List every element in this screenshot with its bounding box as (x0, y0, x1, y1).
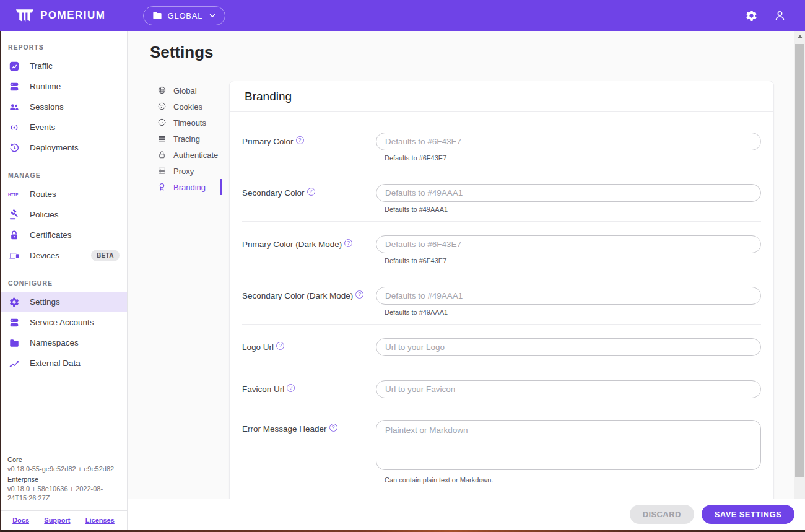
proxy-server-icon (157, 166, 167, 176)
clock-icon (157, 118, 167, 128)
sidebar-item-service-accounts[interactable]: Service Accounts (0, 312, 127, 333)
window-left-edge (0, 31, 1, 532)
discard-button[interactable]: DISCARD (630, 505, 694, 524)
sidebar-item-runtime[interactable]: Runtime (0, 76, 127, 97)
logo-url-input[interactable] (376, 338, 761, 356)
field-control: Defaults to #49AAA1 (376, 287, 761, 316)
sidebar-item-traffic[interactable]: Traffic (0, 56, 127, 76)
sidebar-item-deployments[interactable]: Deployments (0, 137, 127, 158)
sidebar-item-routes[interactable]: HTTP Routes (0, 184, 127, 204)
docs-link[interactable]: Docs (12, 517, 29, 524)
deployments-history-icon (8, 142, 20, 154)
field-row-secondary-color-dark: Secondary Color (Dark Mode) Defaults to … (242, 273, 761, 325)
brand-name: POMERIUM (40, 9, 106, 22)
sidebar-item-label: Policies (30, 210, 120, 219)
settings-gear-button[interactable] (742, 7, 760, 24)
field-row-primary-color: Primary Color Defaults to #6F43E7 (242, 112, 761, 170)
card-header: Branding (230, 81, 773, 112)
licenses-link[interactable]: Licenses (85, 517, 115, 524)
help-icon[interactable] (287, 384, 295, 392)
service-accounts-icon (8, 316, 20, 329)
sidebar-item-devices[interactable]: Devices BETA (0, 245, 127, 266)
namespaces-folder-icon (8, 337, 20, 349)
action-footer: DISCARD SAVE SETTINGS (128, 499, 805, 530)
field-label-text: Error Message Header (242, 424, 327, 434)
field-row-primary-color-dark: Primary Color (Dark Mode) Defaults to #6… (242, 222, 761, 273)
sidebar-item-label: Service Accounts (30, 318, 120, 327)
save-settings-button[interactable]: SAVE SETTINGS (702, 505, 794, 524)
tab-label: Global (173, 86, 197, 95)
field-control: Defaults to #6F43E7 (376, 235, 761, 264)
field-helper: Defaults to #6F43E7 (385, 257, 761, 264)
field-label-text: Secondary Color (Dark Mode) (242, 291, 353, 300)
tab-authenticate[interactable]: Authenticate (157, 147, 222, 163)
top-bar: POMERIUM GLOBAL (0, 0, 805, 31)
favicon-url-input[interactable] (376, 380, 761, 398)
field-label-text: Primary Color (242, 137, 294, 146)
field-label: Secondary Color (Dark Mode) (242, 287, 376, 300)
sidebar-item-label: Traffic (30, 61, 120, 71)
tab-timeouts[interactable]: Timeouts (157, 115, 222, 131)
secondary-color-dark-input[interactable] (376, 287, 761, 305)
error-message-header-textarea[interactable] (376, 420, 761, 470)
secondary-color-input[interactable] (376, 184, 761, 202)
help-icon[interactable] (344, 239, 352, 247)
branding-card: Branding Primary Color Defaults to #6F43… (229, 81, 774, 499)
cookie-icon (157, 102, 167, 111)
section-title: REPORTS (8, 43, 127, 51)
version-info: Core v0.18.0-55-ge9e52d82 + e9e52d82 Ent… (0, 448, 127, 510)
runtime-server-icon (8, 81, 20, 93)
sidebar-item-label: External Data (30, 359, 120, 368)
scrollbar-thumb[interactable] (795, 44, 804, 477)
sessions-people-icon (8, 101, 20, 113)
vertical-scrollbar[interactable] (794, 31, 805, 499)
field-label: Secondary Color (242, 184, 376, 198)
field-row-logo-url: Logo Url (242, 325, 761, 367)
sidebar-item-policies[interactable]: Policies (0, 204, 127, 225)
enterprise-version-label: Enterprise (7, 475, 120, 484)
sidebar-item-settings[interactable]: Settings (0, 292, 127, 312)
tab-label: Cookies (173, 102, 202, 111)
gear-icon (745, 9, 758, 22)
help-icon[interactable] (296, 136, 304, 144)
tab-proxy[interactable]: Proxy (157, 163, 222, 179)
support-link[interactable]: Support (44, 517, 70, 524)
namespace-selector-button[interactable]: GLOBAL (143, 6, 226, 25)
tab-global[interactable]: Global (157, 82, 222, 98)
sidebar-item-sessions[interactable]: Sessions (0, 97, 127, 117)
field-label-text: Primary Color (Dark Mode) (242, 240, 342, 249)
field-row-error-message-header: Error Message Header Can contain plain t… (242, 406, 761, 499)
events-broadcast-icon (8, 121, 20, 134)
help-icon[interactable] (355, 290, 363, 299)
field-label: Primary Color (Dark Mode) (242, 235, 376, 249)
help-icon[interactable] (276, 342, 284, 350)
scroll-up-arrow-icon[interactable] (794, 31, 805, 41)
sidebar-spacer (0, 373, 127, 448)
sidebar-section-configure: CONFIGURE Settings Service Accounts Name… (0, 266, 127, 373)
tab-tracing[interactable]: Tracing (157, 131, 222, 147)
card-title: Branding (245, 90, 759, 103)
namespace-label: GLOBAL (168, 11, 203, 20)
sidebar-item-external-data[interactable]: External Data (0, 353, 127, 373)
sidebar-item-label: Devices (30, 251, 82, 260)
help-icon[interactable] (307, 188, 315, 196)
policies-gavel-icon (8, 209, 20, 221)
primary-color-input[interactable] (376, 133, 761, 150)
sidebar-item-events[interactable]: Events (0, 117, 127, 137)
help-icon[interactable] (329, 424, 337, 432)
field-helper: Defaults to #6F43E7 (385, 154, 761, 162)
beta-badge: BETA (91, 250, 120, 261)
field-label-text: Logo Url (242, 342, 274, 352)
user-account-button[interactable] (771, 7, 788, 24)
sidebar-item-certificates[interactable]: Certificates (0, 225, 127, 245)
primary-color-dark-input[interactable] (376, 235, 761, 253)
user-icon (773, 9, 786, 22)
sidebar-item-namespaces[interactable]: Namespaces (0, 333, 127, 353)
field-row-secondary-color: Secondary Color Defaults to #49AAA1 (242, 170, 761, 222)
routes-http-icon: HTTP (8, 188, 20, 201)
main-content: Settings Global Cookies (128, 31, 805, 530)
tab-cookies[interactable]: Cookies (157, 98, 222, 115)
tab-branding[interactable]: Branding (157, 179, 222, 195)
sidebar-item-label: Routes (30, 190, 120, 199)
sidebar-item-label: Runtime (30, 82, 120, 91)
